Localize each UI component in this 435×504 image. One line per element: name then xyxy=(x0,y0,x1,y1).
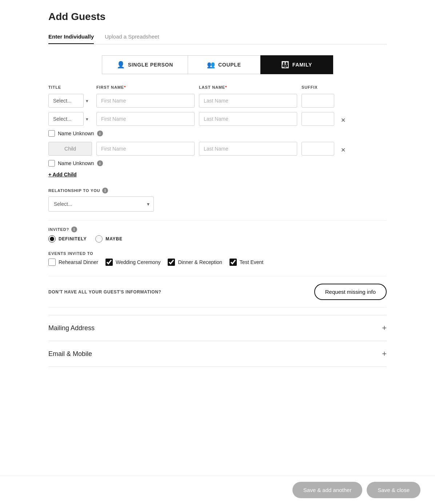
name-unknown-checkbox-1[interactable] xyxy=(48,130,55,137)
name-unknown-row-2: Name Unknown i xyxy=(48,160,387,167)
divider-1 xyxy=(48,220,387,221)
title-select-2[interactable]: Select... xyxy=(48,112,84,126)
first-name-input-2[interactable] xyxy=(96,112,195,126)
suffix-input-2[interactable] xyxy=(302,112,334,126)
event-wedding-ceremony-checkbox[interactable] xyxy=(105,259,113,266)
event-dinner-reception: Dinner & Reception xyxy=(168,259,222,266)
maybe-option[interactable]: MAYBE xyxy=(95,235,122,243)
events-section: EVENTS INVITED TO Rehearsal Dinner Weddi… xyxy=(48,251,387,266)
mailing-address-header[interactable]: Mailing Address + xyxy=(48,323,387,333)
guest-form: TITLE FIRST NAME* LAST NAME* SUFFIX xyxy=(48,85,387,367)
tab-enter-individually[interactable]: Enter Individually xyxy=(48,30,94,44)
couple-icon: 👥 xyxy=(207,61,215,69)
name-unknown-checkbox-2[interactable] xyxy=(48,160,55,167)
relationship-label: RELATIONSHIP TO YOU i xyxy=(48,188,387,193)
guest-type-couple[interactable]: 👥 COUPLE xyxy=(188,55,260,74)
name-unknown-row-1: Name Unknown i xyxy=(48,130,387,137)
mailing-address-section: Mailing Address + xyxy=(48,315,387,341)
remove-guest-2-button[interactable]: ✕ xyxy=(339,115,348,125)
tab-bar: Enter Individually Upload a Spreadsheet xyxy=(48,30,387,44)
name-unknown-info-icon-1[interactable]: i xyxy=(97,131,103,136)
event-rehearsal-dinner-checkbox[interactable] xyxy=(48,259,56,266)
single-person-icon: 👤 xyxy=(117,61,125,69)
request-missing-info-button[interactable]: Request missing info xyxy=(314,284,387,300)
event-test-event-checkbox[interactable] xyxy=(230,259,237,266)
definitely-option[interactable]: DEFINITELY xyxy=(48,235,87,243)
invited-label: INVITED? i xyxy=(48,227,387,232)
invited-radio-group: DEFINITELY MAYBE xyxy=(48,235,387,243)
relationship-select[interactable]: Select... xyxy=(48,196,154,212)
event-dinner-reception-label: Dinner & Reception xyxy=(178,259,222,265)
couple-label: COUPLE xyxy=(218,62,241,68)
remove-child-1-button[interactable]: ✕ xyxy=(339,145,348,155)
child-suffix-1[interactable] xyxy=(302,142,334,156)
name-unknown-info-icon-2[interactable]: i xyxy=(97,160,103,166)
name-unknown-label-2: Name Unknown xyxy=(58,160,94,166)
event-test-event-label: Test Event xyxy=(240,259,263,265)
child-first-name-1[interactable] xyxy=(96,142,195,156)
child-badge-1: Child xyxy=(48,142,92,156)
lastname-required: * xyxy=(225,85,227,89)
child-last-name-1[interactable] xyxy=(199,142,297,156)
lastname-column-label: LAST NAME* xyxy=(199,85,297,89)
definitely-radio[interactable] xyxy=(48,235,56,243)
suffix-input-1[interactable] xyxy=(302,94,334,108)
invited-info-icon[interactable]: i xyxy=(71,227,77,232)
maybe-label: MAYBE xyxy=(105,236,122,241)
guest-type-selector: 👤 SINGLE PERSON 👥 COUPLE 👨‍👩‍👧 FAMILY xyxy=(48,55,387,74)
missing-info-text: DON'T HAVE ALL YOUR GUEST'S INFORMATION? xyxy=(48,289,161,295)
relationship-select-wrapper: Select... xyxy=(48,196,154,212)
event-rehearsal-dinner-label: Rehearsal Dinner xyxy=(59,259,98,265)
mailing-address-expand-icon: + xyxy=(382,323,387,333)
title-select-wrapper-2: Select... xyxy=(48,112,92,126)
relationship-section: RELATIONSHIP TO YOU i Select... xyxy=(48,188,387,212)
title-select-1[interactable]: Select... xyxy=(48,94,84,108)
name-unknown-label-1: Name Unknown xyxy=(58,131,94,136)
first-name-input-1[interactable] xyxy=(96,94,195,108)
event-dinner-reception-checkbox[interactable] xyxy=(168,259,175,266)
missing-info-row: DON'T HAVE ALL YOUR GUEST'S INFORMATION?… xyxy=(48,276,387,308)
guest-type-family[interactable]: 👨‍👩‍👧 FAMILY xyxy=(260,55,333,74)
tab-upload-spreadsheet[interactable]: Upload a Spreadsheet xyxy=(105,30,159,44)
email-mobile-section: Email & Mobile + xyxy=(48,341,387,367)
firstname-required: * xyxy=(124,85,126,89)
last-name-input-2[interactable] xyxy=(199,112,297,126)
definitely-label: DEFINITELY xyxy=(59,236,87,241)
relationship-info-icon[interactable]: i xyxy=(102,188,108,193)
suffix-column-label: SUFFIX xyxy=(302,85,334,89)
maybe-radio[interactable] xyxy=(95,235,103,243)
page-title: Add Guests xyxy=(48,11,387,23)
form-header-row: TITLE FIRST NAME* LAST NAME* SUFFIX xyxy=(48,85,387,89)
guest-row-2: Select... ✕ xyxy=(48,112,387,126)
email-mobile-header[interactable]: Email & Mobile + xyxy=(48,349,387,359)
email-mobile-title: Email & Mobile xyxy=(48,350,92,358)
title-column-label: TITLE xyxy=(48,85,92,89)
firstname-column-label: FIRST NAME* xyxy=(96,85,195,89)
guest-type-single-person[interactable]: 👤 SINGLE PERSON xyxy=(102,55,188,74)
event-rehearsal-dinner: Rehearsal Dinner xyxy=(48,259,98,266)
events-label: EVENTS INVITED TO xyxy=(48,251,387,256)
event-wedding-ceremony-label: Wedding Ceremony xyxy=(116,259,160,265)
event-test-event: Test Event xyxy=(230,259,263,266)
family-icon: 👨‍👩‍👧 xyxy=(281,61,290,69)
event-wedding-ceremony: Wedding Ceremony xyxy=(105,259,160,266)
title-select-wrapper-1: Select... xyxy=(48,94,92,108)
single-person-label: SINGLE PERSON xyxy=(128,62,173,68)
last-name-input-1[interactable] xyxy=(199,94,297,108)
guest-row-1: Select... xyxy=(48,94,387,108)
events-list: Rehearsal Dinner Wedding Ceremony Dinner… xyxy=(48,259,387,266)
add-child-link[interactable]: + Add Child xyxy=(48,172,77,177)
family-label: FAMILY xyxy=(292,62,312,68)
invited-section: INVITED? i DEFINITELY MAYBE xyxy=(48,227,387,243)
child-row-1: Child ✕ xyxy=(48,142,387,156)
email-mobile-expand-icon: + xyxy=(382,349,387,359)
mailing-address-title: Mailing Address xyxy=(48,324,95,332)
